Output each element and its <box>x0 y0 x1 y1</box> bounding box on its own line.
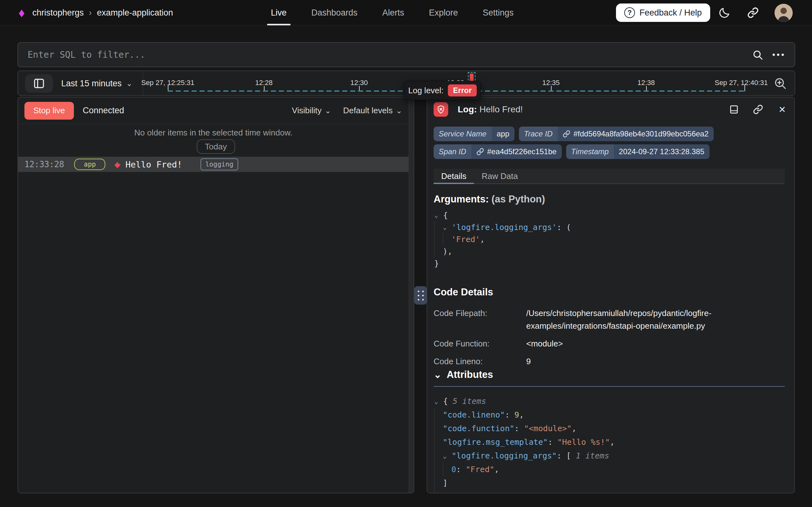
code-details-heading: Code Details <box>434 286 755 298</box>
default-levels-dropdown[interactable]: Default levels ⌄ <box>343 106 402 115</box>
trace-id-pill[interactable]: Trace ID #fdd5694a8fa98eb4e301d99ebc056e… <box>519 127 714 141</box>
chevron-down-icon: ⌄ <box>434 372 442 378</box>
collapse-chevron-icon[interactable]: ⌄ <box>434 394 443 408</box>
trace-id-value: #fdd5694a8fa98eb4e301d99ebc056ea2 <box>573 129 708 138</box>
log-meta: Service Name app Trace ID #fdd5694a8fa98… <box>434 127 714 159</box>
span-id-label: Span ID <box>434 145 471 159</box>
theme-toggle-moon-icon[interactable] <box>717 6 732 20</box>
span-id-pill[interactable]: Span ID #ea4d5f226ec151be <box>434 145 562 159</box>
nav-tab-live[interactable]: Live <box>271 0 287 25</box>
collapse-chevron-icon[interactable]: ⌄ <box>443 221 452 233</box>
breadcrumb: christophergs › example-application <box>33 0 173 25</box>
today-button[interactable]: Today <box>197 139 235 154</box>
breadcrumb-project[interactable]: example-application <box>97 8 173 18</box>
service-name-value: app <box>492 127 514 141</box>
search-icon[interactable] <box>752 49 763 61</box>
stop-live-button[interactable]: Stop live <box>24 102 74 120</box>
sql-filter-bar: ••• <box>17 42 795 67</box>
logfire-logo-icon[interactable]: ♦ <box>18 6 25 20</box>
close-icon[interactable]: ✕ <box>776 104 788 115</box>
error-level-badge: Error <box>448 84 477 97</box>
log-message: Hello Fred! <box>125 160 182 169</box>
trace-id-label: Trace ID <box>519 127 558 141</box>
nav-tab-settings[interactable]: Settings <box>483 0 514 25</box>
visibility-label: Visibility <box>292 106 321 115</box>
code-lineno-row: Code Lineno: 9 <box>434 355 755 368</box>
connection-status: Connected <box>83 106 124 115</box>
service-name-pill: Service Name app <box>434 127 514 141</box>
overflow-menu-icon[interactable]: ••• <box>772 50 786 60</box>
arguments-code-block[interactable]: ⌄{⌄'logfire.logging_args': ('Fred',),} <box>434 209 571 269</box>
log-detail-panel: Log: Hello Fred! ✕ Service Name app <box>427 97 795 493</box>
open-in-drawer-icon[interactable] <box>728 104 740 115</box>
attributes-divider <box>434 386 785 387</box>
code-function-value: <module> <box>526 337 563 350</box>
tab-raw-data[interactable]: Raw Data <box>474 169 525 183</box>
logging-tag-badge: logging <box>200 158 238 170</box>
detail-tabs: Details Raw Data <box>434 169 785 184</box>
breadcrumb-org[interactable]: christophergs <box>33 8 84 18</box>
help-icon: ? <box>624 7 635 18</box>
arguments-heading: Arguments: (as Python) <box>434 193 545 205</box>
top-nav: ♦ christophergs › example-application Li… <box>0 0 812 25</box>
tooltip-label: Log level: <box>408 86 443 96</box>
span-id-value: #ea4d5f226ec151be <box>487 147 557 156</box>
collapse-chevron-icon[interactable]: ⌄ <box>443 449 452 463</box>
code-filepath-label: Code Filepath: <box>434 307 526 332</box>
link-icon <box>563 130 570 138</box>
share-link-icon[interactable] <box>746 6 760 20</box>
tick-label: Sep 27, 12:40:31 <box>714 79 768 87</box>
arguments-heading-text: Arguments: <box>434 193 489 205</box>
empty-window-message: No older items in the selected time wind… <box>18 128 409 138</box>
timestamp-label: Timestamp <box>566 145 614 159</box>
timestamp-value: 2024-09-27 12:33:28.385 <box>614 145 709 159</box>
detail-title-prefix: Log: <box>458 104 477 114</box>
log-time: 12:33:28 <box>24 160 64 169</box>
panel-resize-handle[interactable] <box>414 286 427 304</box>
attributes-code-block[interactable]: ⌄{ 5 items"code.lineno": 9,"code.functio… <box>434 394 794 493</box>
collapse-chevron-icon[interactable]: ⌄ <box>434 209 443 221</box>
log-level-tooltip: Log level: Error <box>404 81 481 100</box>
timestamp-pill: Timestamp 2024-09-27 12:33:28.385 <box>566 145 709 159</box>
sql-filter-input[interactable] <box>18 43 752 67</box>
code-lineno-label: Code Lineno: <box>434 355 526 368</box>
chevron-down-icon: ⌄ <box>325 109 331 112</box>
attributes-heading-text: Attributes <box>447 369 493 380</box>
service-badge: app <box>74 159 105 170</box>
code-filepath-row: Code Filepath: /Users/christophersamiull… <box>434 307 755 332</box>
nav-tab-explore[interactable]: Explore <box>429 0 458 25</box>
breadcrumb-separator-icon: › <box>89 8 92 18</box>
feedback-help-button[interactable]: ? Feedback / Help <box>616 3 710 22</box>
detail-title: Log: Hello Fred! <box>458 104 523 115</box>
logfire-app: ♦ christophergs › example-application Li… <box>0 0 812 507</box>
code-filepath-value: /Users/christophersamiullah/repos/pydant… <box>526 307 755 332</box>
permalink-icon[interactable] <box>752 104 764 115</box>
error-shield-icon <box>434 102 448 117</box>
arguments-heading-sub: (as Python) <box>492 193 545 205</box>
user-avatar[interactable] <box>774 4 793 22</box>
nav-tabs: Live Dashboards Alerts Explore Settings <box>271 0 513 25</box>
service-name-label: Service Name <box>434 127 492 141</box>
error-diamond-icon: ◆ <box>114 160 120 169</box>
nav-tab-dashboards[interactable]: Dashboards <box>311 0 358 25</box>
live-panel-header: Stop live Connected Visibility ⌄ Default… <box>18 97 409 124</box>
attributes-collapse-toggle[interactable]: ⌄ Attributes <box>434 369 493 380</box>
default-levels-label: Default levels <box>343 106 393 115</box>
tick-mark <box>744 84 745 92</box>
code-function-row: Code Function: <module> <box>434 337 755 350</box>
zoom-in-icon[interactable] <box>773 76 788 91</box>
live-panel-scrollbar[interactable] <box>409 97 414 493</box>
code-details-section: Code Details Code Filepath: /Users/chris… <box>434 286 755 368</box>
nav-tab-alerts[interactable]: Alerts <box>382 0 404 25</box>
feedback-help-label: Feedback / Help <box>639 8 702 18</box>
code-function-label: Code Function: <box>434 337 526 350</box>
chevron-down-icon: ⌄ <box>396 109 402 112</box>
tab-details[interactable]: Details <box>434 169 474 183</box>
link-icon <box>477 148 484 156</box>
code-lineno-value: 9 <box>526 355 530 368</box>
timeline-track[interactable]: Sep 27, 12:25:31 12:28 12:30 12:33 12:35… <box>18 71 766 95</box>
visibility-dropdown[interactable]: Visibility ⌄ <box>292 106 331 115</box>
detail-title-text: Hello Fred! <box>479 104 523 114</box>
detail-header: Log: Hello Fred! ✕ <box>434 102 788 117</box>
log-row-selected[interactable]: 12:33:28 app ◆ Hello Fred! logging <box>18 157 409 172</box>
